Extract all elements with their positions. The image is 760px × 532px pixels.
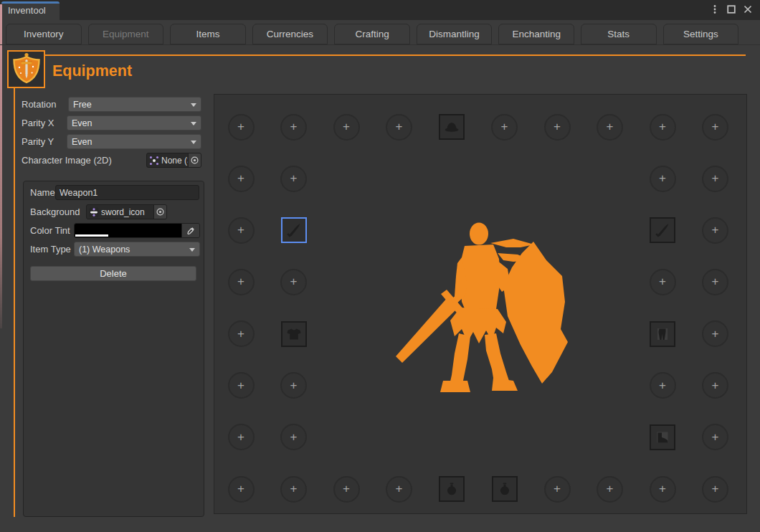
- chevron-down-icon: [189, 248, 195, 252]
- window-controls: [710, 4, 753, 14]
- plus-icon: +: [712, 223, 719, 237]
- plus-icon: +: [237, 120, 244, 134]
- empty-slot-add-button[interactable]: +: [280, 269, 307, 295]
- empty-slot-add-button[interactable]: +: [544, 114, 571, 141]
- empty-slot-add-button[interactable]: +: [650, 476, 676, 503]
- close-icon[interactable]: [743, 4, 753, 14]
- plus-icon: +: [659, 171, 666, 186]
- parity-y-dropdown[interactable]: Even: [67, 134, 201, 149]
- window-menu-icon[interactable]: [710, 4, 720, 14]
- item-type-dropdown[interactable]: (1) Weapons: [74, 242, 200, 257]
- empty-slot-add-button[interactable]: +: [702, 166, 728, 192]
- screen-edge-artifact: [0, 4, 2, 328]
- delete-button[interactable]: Delete: [30, 266, 196, 281]
- tab-items[interactable]: Items: [170, 24, 246, 44]
- item-slot-sword[interactable]: [650, 217, 675, 243]
- plus-icon: +: [237, 430, 244, 445]
- sprite-none-icon: [149, 156, 159, 166]
- plus-icon: +: [290, 275, 298, 289]
- empty-slot-add-button[interactable]: +: [702, 372, 728, 399]
- tab-crafting[interactable]: Crafting: [334, 24, 410, 44]
- item-slot-hat[interactable]: [439, 114, 465, 140]
- empty-slot-add-button[interactable]: +: [280, 166, 307, 192]
- name-input[interactable]: Weapon1: [55, 185, 199, 200]
- empty-slot-add-button[interactable]: +: [650, 166, 676, 192]
- empty-slot-add-button[interactable]: +: [702, 114, 728, 141]
- empty-slot-add-button[interactable]: +: [228, 166, 255, 192]
- empty-slot-add-button[interactable]: +: [650, 269, 676, 295]
- empty-slot-add-button[interactable]: +: [544, 476, 571, 503]
- plus-icon: +: [712, 275, 719, 289]
- equipment-logo-box: [7, 50, 45, 88]
- empty-slot-add-button[interactable]: +: [702, 217, 728, 244]
- character-image-label: Character Image (2D): [22, 155, 112, 166]
- tab-dismantling[interactable]: Dismantling: [417, 24, 493, 44]
- name-value: Weapon1: [60, 188, 98, 198]
- parity-x-value: Even: [72, 118, 92, 128]
- tab-settings[interactable]: Settings: [663, 24, 739, 44]
- empty-slot-add-button[interactable]: +: [228, 372, 255, 399]
- tab-inventory[interactable]: Inventory: [6, 24, 82, 44]
- shirt-icon: [286, 326, 302, 342]
- object-picker-icon[interactable]: [153, 205, 166, 219]
- empty-slot-add-button[interactable]: +: [650, 372, 676, 399]
- empty-slot-add-button[interactable]: +: [228, 269, 255, 295]
- parity-x-dropdown[interactable]: Even: [67, 115, 201, 130]
- empty-slot-add-button[interactable]: +: [228, 424, 255, 450]
- sword-icon: [655, 222, 670, 238]
- background-object-field[interactable]: sword_icon: [86, 204, 167, 219]
- item-slot-sword-selected[interactable]: [281, 217, 307, 243]
- tab-currencies[interactable]: Currencies: [252, 24, 328, 44]
- empty-slot-add-button[interactable]: +: [597, 114, 623, 141]
- parity-x-label: Parity X: [22, 118, 54, 128]
- maximize-icon[interactable]: [726, 4, 736, 14]
- active-tab-strip: [1, 1, 60, 4]
- plus-icon: +: [659, 120, 666, 134]
- eyedropper-icon[interactable]: [181, 224, 199, 237]
- empty-slot-add-button[interactable]: +: [491, 114, 518, 141]
- item-slot-pants[interactable]: [650, 321, 675, 347]
- title-bar: Inventool: [0, 0, 760, 20]
- empty-slot-add-button[interactable]: +: [228, 217, 255, 244]
- color-swatch[interactable]: [75, 224, 181, 237]
- item-slot-shirt[interactable]: [281, 321, 307, 347]
- empty-slot-add-button[interactable]: +: [386, 476, 412, 503]
- tab-stats[interactable]: Stats: [581, 24, 657, 44]
- empty-slot-add-button[interactable]: +: [280, 476, 307, 503]
- empty-slot-add-button[interactable]: +: [702, 269, 728, 295]
- color-tint-field[interactable]: [74, 223, 200, 238]
- tab-enchanting[interactable]: Enchanting: [498, 24, 574, 44]
- item-type-label: Item Type: [30, 244, 71, 255]
- empty-slot-add-button[interactable]: +: [280, 372, 307, 399]
- empty-slot-add-button[interactable]: +: [280, 424, 307, 450]
- empty-slot-add-button[interactable]: +: [333, 476, 360, 503]
- plus-icon: +: [607, 482, 614, 496]
- empty-slot-add-button[interactable]: +: [702, 320, 728, 347]
- empty-slot-add-button[interactable]: +: [228, 114, 255, 141]
- plus-icon: +: [343, 120, 350, 134]
- plus-icon: +: [607, 120, 614, 134]
- empty-slot-add-button[interactable]: +: [702, 424, 728, 450]
- empty-slot-add-button[interactable]: +: [280, 114, 307, 141]
- chevron-down-icon: [191, 103, 196, 107]
- parity-y-label: Parity Y: [22, 136, 54, 147]
- empty-slot-add-button[interactable]: +: [597, 476, 623, 503]
- sprite-thumbnail-icon: [89, 207, 99, 217]
- empty-slot-add-button[interactable]: +: [228, 476, 255, 503]
- character-preview-image: [394, 212, 579, 399]
- item-slot-potion[interactable]: [439, 476, 465, 502]
- empty-slot-add-button[interactable]: +: [333, 114, 360, 141]
- empty-slot-add-button[interactable]: +: [386, 114, 412, 141]
- empty-slot-add-button[interactable]: +: [228, 320, 255, 347]
- character-image-object-field[interactable]: None (Spri: [146, 153, 201, 168]
- empty-slot-add-button[interactable]: +: [702, 476, 728, 503]
- plus-icon: +: [237, 327, 244, 341]
- item-slot-boot[interactable]: [650, 424, 675, 450]
- window-doc-tab[interactable]: Inventool: [1, 1, 60, 20]
- tab-equipment[interactable]: Equipment: [88, 24, 164, 44]
- object-picker-icon[interactable]: [188, 153, 201, 167]
- empty-slot-add-button[interactable]: +: [650, 114, 676, 141]
- side-accent-line: [14, 87, 15, 517]
- item-slot-potion[interactable]: [492, 476, 518, 502]
- rotation-dropdown[interactable]: Free: [68, 97, 201, 112]
